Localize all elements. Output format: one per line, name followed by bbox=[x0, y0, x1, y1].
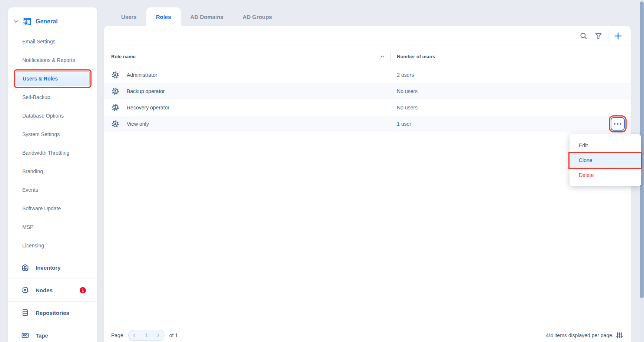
role-gear-user-icon bbox=[111, 103, 119, 112]
nodes-alert-badge: 1 bbox=[80, 287, 86, 293]
sidebar-section-label: Nodes bbox=[36, 287, 53, 293]
row-context-menu: Edit Clone Delete bbox=[570, 134, 641, 186]
role-name-cell: Backup operator bbox=[104, 87, 390, 95]
role-name-cell: Recovery operator bbox=[104, 103, 390, 112]
context-menu-item-edit[interactable]: Edit bbox=[570, 138, 641, 153]
filter-button[interactable] bbox=[591, 29, 606, 43]
tape-icon bbox=[21, 331, 30, 340]
general-gear-window-icon bbox=[22, 17, 32, 26]
tab-ad-groups[interactable]: AD Groups bbox=[233, 7, 282, 26]
add-role-button[interactable] bbox=[611, 29, 625, 43]
users-count-cell: No users bbox=[390, 88, 418, 94]
sidebar-section-tape[interactable]: Tape bbox=[8, 324, 97, 342]
sidebar-section-inventory[interactable]: Inventory bbox=[8, 256, 97, 279]
search-button[interactable] bbox=[576, 29, 591, 43]
sidebar-item-msp[interactable]: MSP bbox=[8, 218, 97, 236]
sidebar-item-notifications-reports[interactable]: Notifications & Reports bbox=[8, 51, 97, 69]
toolbar-divider bbox=[608, 30, 608, 42]
previous-page-button[interactable] bbox=[132, 333, 137, 338]
sidebar-item-software-update[interactable]: Software Update bbox=[8, 199, 97, 218]
sidebar-item-email-settings[interactable]: Email Settings bbox=[8, 32, 97, 51]
chevron-down-icon[interactable] bbox=[13, 19, 19, 24]
role-name: Backup operator bbox=[127, 88, 165, 94]
sidebar-section-repositories[interactable]: Repositories bbox=[8, 301, 97, 324]
context-menu-item-clone[interactable]: Clone bbox=[570, 153, 641, 168]
ellipsis-icon bbox=[614, 123, 615, 125]
sidebar-section-label: Repositories bbox=[36, 310, 69, 316]
sidebar-group-general-label: General bbox=[36, 18, 58, 25]
role-name-cell: Administrator bbox=[104, 71, 390, 79]
column-label: Role name bbox=[111, 54, 136, 59]
sidebar: General Email Settings Notifications & R… bbox=[8, 7, 97, 342]
table-row-recovery-operator[interactable]: Recovery operator No users bbox=[104, 99, 631, 116]
roles-toolbar bbox=[104, 26, 631, 46]
sidebar-item-branding[interactable]: Branding bbox=[8, 162, 97, 181]
items-per-page-settings-button[interactable] bbox=[616, 332, 623, 339]
sidebar-section-nodes[interactable]: Nodes 1 bbox=[8, 279, 97, 301]
content-tabs: Users Roles AD Domains AD Groups bbox=[112, 7, 282, 26]
table-row-administrator[interactable]: Administrator 2 users bbox=[104, 67, 631, 83]
sidebar-item-self-backup[interactable]: Self-Backup bbox=[8, 88, 97, 106]
role-gear-user-icon bbox=[111, 71, 119, 79]
roles-table-body: Administrator 2 users Backup operator No… bbox=[104, 67, 631, 132]
page-label: Page bbox=[111, 332, 123, 338]
next-page-button[interactable] bbox=[156, 333, 161, 338]
sidebar-item-events[interactable]: Events bbox=[8, 181, 97, 199]
users-count-cell: 1 user bbox=[390, 121, 411, 127]
add-icon bbox=[614, 32, 623, 40]
sidebar-item-system-settings[interactable]: System Settings bbox=[8, 125, 97, 144]
sidebar-sections: Inventory Nodes 1 Repositories bbox=[8, 256, 97, 342]
role-gear-user-icon bbox=[111, 87, 119, 95]
sidebar-item-users-roles[interactable]: Users & Roles bbox=[16, 71, 90, 86]
role-name: View only bbox=[127, 121, 149, 127]
nodes-icon bbox=[21, 286, 30, 295]
users-count-cell: 2 users bbox=[390, 72, 414, 78]
row-actions-menu-button[interactable] bbox=[611, 117, 625, 131]
role-name-cell: View only bbox=[104, 120, 390, 128]
sidebar-general-items: Email Settings Notifications & Reports U… bbox=[8, 30, 97, 255]
filter-icon bbox=[594, 32, 602, 40]
sidebar-group-general[interactable]: General bbox=[8, 7, 97, 30]
column-header-role-name[interactable]: Role name bbox=[104, 46, 390, 67]
sidebar-item-licensing[interactable]: Licensing bbox=[8, 236, 97, 255]
sidebar-section-label: Tape bbox=[36, 332, 48, 339]
sidebar-item-bandwidth-throttling[interactable]: Bandwidth Throttling bbox=[8, 144, 97, 162]
table-row-backup-operator[interactable]: Backup operator No users bbox=[104, 83, 631, 99]
users-count-cell: No users bbox=[390, 105, 418, 111]
role-name: Recovery operator bbox=[127, 105, 169, 111]
search-icon bbox=[580, 32, 588, 40]
page-selector: 1 bbox=[128, 330, 165, 341]
sort-ascending-icon bbox=[380, 55, 385, 58]
tab-ad-domains[interactable]: AD Domains bbox=[181, 7, 233, 26]
column-header-number-of-users[interactable]: Number of users bbox=[391, 54, 435, 59]
context-menu-item-delete[interactable]: Delete bbox=[570, 168, 641, 182]
pagination-bar: Page 1 of 1 4/4 items displayed per page bbox=[104, 328, 631, 342]
sidebar-item-database-options[interactable]: Database Options bbox=[8, 106, 97, 125]
role-name: Administrator bbox=[127, 72, 157, 78]
table-header: Role name Number of users bbox=[104, 46, 631, 67]
repositories-icon bbox=[21, 308, 30, 317]
tab-users[interactable]: Users bbox=[112, 7, 146, 26]
items-per-page-summary: 4/4 items displayed per page bbox=[546, 332, 612, 338]
sidebar-section-label: Inventory bbox=[36, 264, 61, 271]
total-pages-label: of 1 bbox=[169, 332, 178, 338]
current-page-input[interactable]: 1 bbox=[145, 332, 148, 338]
tab-roles[interactable]: Roles bbox=[146, 7, 181, 26]
role-gear-user-icon bbox=[111, 120, 119, 128]
roles-panel: Role name Number of users Administrator bbox=[104, 26, 631, 342]
inventory-icon bbox=[21, 263, 30, 272]
table-row-view-only[interactable]: View only 1 user bbox=[104, 116, 631, 132]
